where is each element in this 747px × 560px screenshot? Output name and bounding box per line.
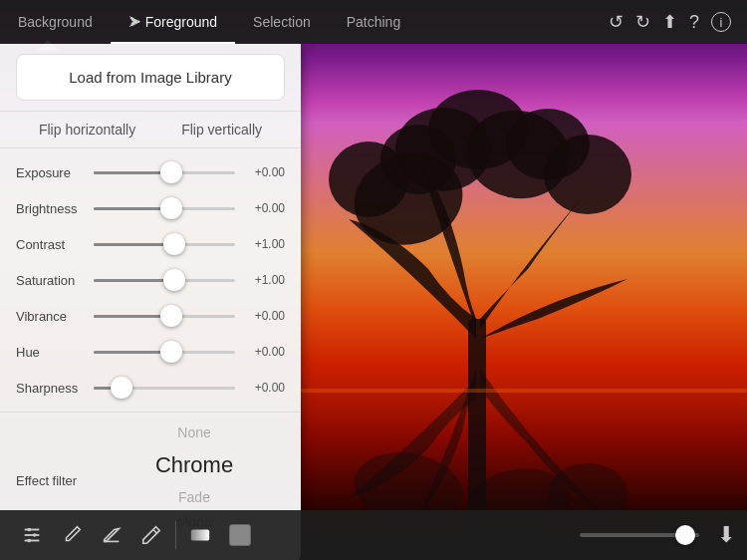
svg-point-4	[459, 103, 577, 207]
tab-selection-label: Selection	[253, 14, 311, 30]
pen-tool[interactable]	[131, 517, 171, 553]
svg-point-8	[506, 109, 590, 180]
svg-point-2	[329, 141, 408, 217]
effect-option-chrome[interactable]: Chrome	[155, 445, 233, 485]
svg-rect-21	[191, 530, 209, 541]
slider-value-contrast: +1.00	[243, 237, 285, 251]
slider-thumb-exposure[interactable]	[160, 161, 182, 183]
tab-foreground[interactable]: ⮞ Foreground	[111, 0, 235, 44]
slider-row-vibrance: Vibrance+0.00	[16, 298, 285, 334]
slider-value-saturation: +1.00	[243, 273, 285, 287]
foreground-arrow-icon: ⮞	[128, 15, 141, 30]
tab-background[interactable]: Background	[0, 0, 111, 44]
slider-track-contrast[interactable]	[94, 243, 235, 246]
gradient-tool[interactable]	[180, 517, 220, 553]
effect-option-none[interactable]: None	[177, 420, 210, 445]
redo-icon[interactable]: ↻	[635, 11, 650, 33]
svg-point-17	[33, 533, 37, 537]
tab-selection[interactable]: Selection	[235, 0, 329, 44]
help-icon[interactable]: ?	[689, 12, 699, 33]
slider-value-vibrance: +0.00	[243, 309, 285, 323]
slider-value-exposure: +0.00	[243, 165, 285, 179]
slider-track-hue[interactable]	[94, 351, 235, 354]
share-icon[interactable]: ⬆	[662, 11, 677, 33]
slider-track-saturation[interactable]	[94, 279, 235, 282]
brush-tool[interactable]	[52, 517, 92, 553]
slider-row-saturation: Saturation+1.00	[16, 262, 285, 298]
slider-label-brightness: Brightness	[16, 201, 86, 216]
svg-point-16	[27, 528, 31, 532]
svg-line-20	[153, 530, 157, 534]
tab-background-label: Background	[18, 14, 93, 30]
side-panel: Load from Image Library Flip horizontall…	[0, 44, 301, 560]
slider-thumb-sharpness[interactable]	[111, 377, 132, 399]
slider-label-contrast: Contrast	[16, 237, 86, 252]
slider-thumb-vibrance[interactable]	[160, 305, 182, 327]
info-icon[interactable]: i	[711, 12, 731, 32]
flip-row: Flip horizontally Flip vertically	[0, 112, 301, 148]
slider-value-sharpness: +0.00	[243, 381, 285, 395]
slider-thumb-contrast[interactable]	[163, 233, 185, 255]
undo-icon[interactable]: ↺	[609, 11, 623, 33]
svg-point-1	[344, 141, 473, 256]
slider-row-contrast: Contrast+1.00	[16, 226, 285, 262]
svg-point-18	[27, 539, 31, 543]
slider-label-exposure: Exposure	[16, 165, 86, 180]
svg-point-5	[544, 135, 631, 214]
load-from-library-button[interactable]: Load from Image Library	[16, 54, 285, 101]
opacity-thumb[interactable]	[675, 525, 695, 545]
slider-label-vibrance: Vibrance	[16, 309, 86, 324]
slider-thumb-hue[interactable]	[160, 341, 182, 363]
download-icon[interactable]: ⬇	[717, 522, 735, 548]
slider-label-hue: Hue	[16, 345, 86, 360]
tab-foreground-label: Foreground	[145, 14, 217, 30]
bottombar: ⬇	[0, 510, 747, 560]
flip-vertical-button[interactable]: Flip vertically	[181, 122, 262, 138]
effect-option-fade[interactable]: Fade	[178, 485, 210, 510]
slider-thumb-saturation[interactable]	[163, 269, 185, 291]
slider-track-vibrance[interactable]	[94, 315, 235, 318]
slider-row-sharpness: Sharpness+0.00	[16, 370, 285, 406]
svg-rect-12	[289, 389, 747, 393]
load-section: Load from Image Library	[0, 44, 301, 112]
opacity-slider[interactable]	[580, 533, 699, 537]
tab-patching[interactable]: Patching	[329, 0, 418, 44]
bottom-right-controls: ⬇	[580, 522, 735, 548]
flip-horizontal-button[interactable]: Flip horizontally	[39, 122, 135, 138]
slider-track-brightness[interactable]	[94, 207, 235, 210]
slider-row-brightness: Brightness+0.00	[16, 190, 285, 226]
sliders-section: Exposure+0.00Brightness+0.00Contrast+1.0…	[0, 148, 301, 413]
slider-track-exposure[interactable]	[94, 171, 235, 174]
slider-thumb-brightness[interactable]	[160, 197, 182, 219]
tab-patching-label: Patching	[347, 14, 400, 30]
effect-filter-label: Effect filter	[16, 473, 96, 488]
toolbar-separator	[175, 521, 176, 549]
color-tool[interactable]	[220, 517, 260, 553]
slider-value-hue: +0.00	[243, 345, 285, 359]
slider-track-sharpness[interactable]	[94, 387, 235, 390]
adjustments-tool[interactable]	[12, 517, 52, 553]
slider-label-saturation: Saturation	[16, 273, 86, 288]
svg-rect-0	[468, 319, 486, 518]
svg-point-7	[380, 125, 456, 194]
slider-label-sharpness: Sharpness	[16, 381, 86, 396]
topbar: Background ⮞ Foreground Selection Patchi…	[0, 0, 747, 44]
eraser-tool[interactable]	[92, 517, 131, 553]
slider-row-exposure: Exposure+0.00	[16, 154, 285, 190]
slider-row-hue: Hue+0.00	[16, 334, 285, 370]
svg-point-6	[428, 90, 528, 169]
svg-point-3	[395, 108, 491, 191]
slider-value-brightness: +0.00	[243, 201, 285, 215]
